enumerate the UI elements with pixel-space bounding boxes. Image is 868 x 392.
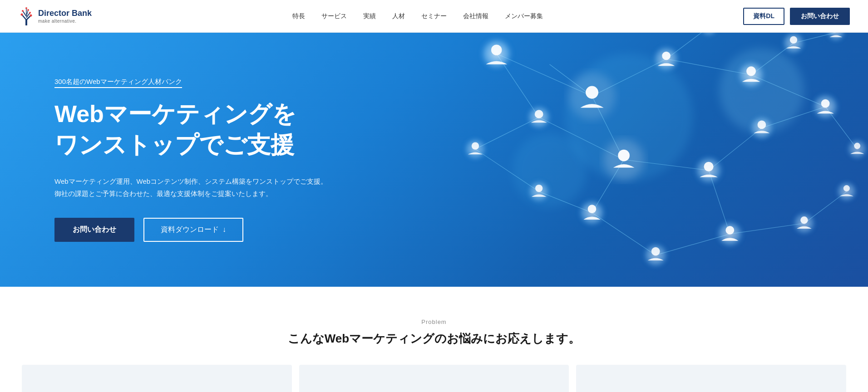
hero-description: Webマーケティング運用、Webコンテンツ制作、システム構築をワンストップでご支… (54, 175, 327, 200)
svg-point-53 (618, 150, 630, 162)
svg-rect-0 (25, 20, 27, 25)
problem-label: Problem (18, 318, 850, 325)
svg-point-45 (662, 52, 671, 60)
hero-content: 300名超のWebマーケティング人材バンク Webマーケティングを ワンストップ… (0, 41, 364, 278)
svg-point-8 (29, 12, 31, 14)
hero-title-line2: ワンストップでご支援 (54, 132, 294, 158)
hero-badge: 300名超のWebマーケティング人材バンク (54, 78, 182, 88)
svg-point-59 (726, 226, 735, 235)
problem-card-2 (299, 365, 569, 392)
svg-point-55 (704, 162, 714, 172)
problem-cards (18, 365, 850, 392)
svg-point-57 (758, 121, 766, 129)
svg-point-49 (790, 36, 797, 44)
logo-name: Director Bank (38, 9, 92, 19)
svg-point-48 (781, 33, 806, 56)
hero-contact-button[interactable]: お問い合わせ (54, 218, 134, 242)
nav-item-company[interactable]: 会社情報 (463, 12, 488, 20)
svg-point-11 (25, 7, 27, 9)
header: Director Bank make alternative. 特長 サービス … (0, 0, 868, 33)
svg-point-67 (651, 247, 660, 256)
svg-point-10 (27, 9, 29, 11)
resource-download-button[interactable]: 資料DL (743, 8, 784, 25)
logo-area[interactable]: Director Bank make alternative. (18, 6, 92, 26)
svg-point-65 (588, 205, 597, 213)
hero-title: Webマーケティングを ワンストップでご支援 (54, 99, 327, 160)
svg-point-61 (801, 216, 808, 224)
hero-download-label: 資料ダウンロード (161, 225, 219, 235)
problem-section: Problem こんなWebマーケティングのお悩みにお応えします。 (0, 287, 868, 392)
svg-point-43 (586, 86, 598, 99)
nav-item-features[interactable]: 特長 (292, 12, 305, 20)
hero-visual (390, 33, 868, 287)
svg-point-51 (821, 99, 830, 108)
nav-item-recruit[interactable]: メンバー募集 (505, 12, 543, 20)
logo-text: Director Bank make alternative. (38, 9, 92, 24)
download-icon: ↓ (222, 225, 226, 234)
main-nav: 特長 サービス 実績 人材 セミナー 会社情報 メンバー募集 (292, 12, 543, 20)
nav-item-services[interactable]: サービス (321, 12, 347, 20)
header-actions: 資料DL お問い合わせ (743, 8, 850, 25)
contact-button-header[interactable]: お問い合わせ (790, 8, 850, 25)
svg-point-78 (846, 137, 868, 161)
svg-point-6 (21, 13, 23, 15)
svg-point-74 (698, 33, 720, 38)
problem-title: こんなWebマーケティングのお悩みにお応えします。 (18, 331, 850, 347)
hero-buttons: お問い合わせ 資料ダウンロード ↓ (54, 218, 327, 242)
hero-title-line1: Webマーケティングを (54, 101, 296, 127)
svg-point-72 (826, 33, 847, 43)
logo-icon (18, 6, 35, 26)
svg-point-9 (22, 10, 24, 12)
hero-section: 300名超のWebマーケティング人材バンク Webマーケティングを ワンストップ… (0, 33, 868, 287)
nav-item-talent[interactable]: 人材 (392, 12, 405, 20)
svg-point-69 (472, 142, 479, 149)
svg-point-47 (746, 66, 756, 76)
svg-point-77 (535, 185, 542, 192)
hero-desc-line1: Webマーケティング運用、Webコンテンツ制作、システム構築をワンストップでご支… (54, 177, 327, 185)
svg-point-41 (491, 44, 502, 55)
problem-card-3 (576, 365, 846, 392)
svg-point-71 (843, 185, 850, 191)
svg-point-79 (854, 143, 861, 149)
nav-item-results[interactable]: 実績 (363, 12, 376, 20)
hero-download-button[interactable]: 資料ダウンロード ↓ (143, 218, 243, 242)
svg-point-63 (535, 110, 543, 118)
logo-tagline: make alternative. (38, 19, 92, 24)
svg-point-7 (30, 14, 32, 16)
hero-desc-line2: 御社の課題とご予算に合わせた、最適な支援体制をご提案いたします。 (54, 190, 272, 197)
problem-card-1 (22, 365, 292, 392)
nav-item-seminar[interactable]: セミナー (421, 12, 447, 20)
